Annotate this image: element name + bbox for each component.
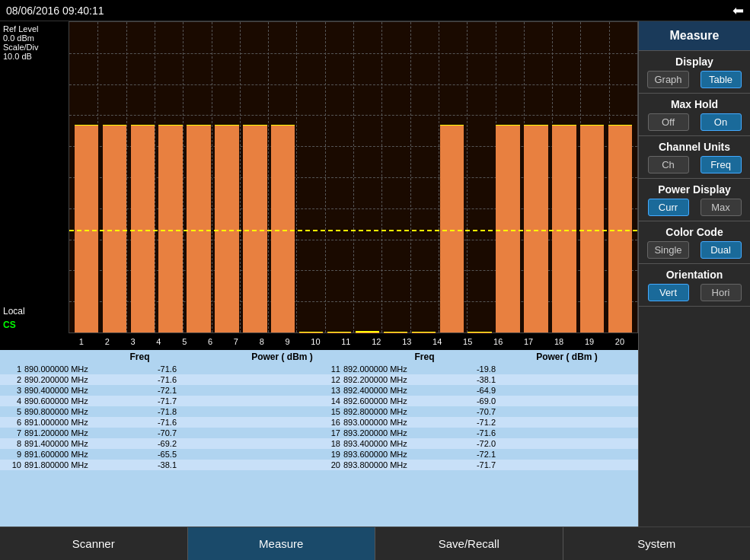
- vert-button[interactable]: Vert: [648, 284, 689, 301]
- bar-10: [325, 22, 353, 332]
- table-row: 4890.600000 MHz-71.7: [0, 396, 319, 406]
- x-ch-4: 4: [156, 337, 161, 346]
- measure-button[interactable]: Measure: [188, 527, 376, 560]
- bar-8: [269, 22, 297, 332]
- sidebar-color-code-section: Color Code Single Dual: [639, 221, 750, 264]
- table-row: 2890.200000 MHz-71.6: [0, 374, 319, 385]
- max-button[interactable]: Max: [701, 199, 742, 216]
- x-ch-3: 3: [131, 337, 136, 346]
- ref-level-value: 0.0 dBm: [3, 33, 34, 43]
- table-body: 1890.000000 MHz-71.62890.200000 MHz-71.6…: [0, 364, 638, 470]
- sidebar-power-display-section: Power Display Curr Max: [639, 179, 750, 221]
- table-col1-header: Freq: [69, 352, 211, 362]
- freq-button[interactable]: Freq: [701, 156, 742, 173]
- table-row: 3890.400000 MHz-72.1: [0, 385, 319, 396]
- table-button[interactable]: Table: [701, 71, 742, 88]
- bar-14: [438, 22, 466, 332]
- ch-button[interactable]: Ch: [648, 156, 689, 173]
- bar-4: [157, 22, 185, 332]
- table-col2-header: Power ( dBm ): [211, 352, 353, 362]
- table-row: 13892.400000 MHz-64.9: [319, 385, 638, 396]
- cs-status: CS: [3, 320, 65, 330]
- curr-button[interactable]: Curr: [648, 199, 689, 216]
- sidebar-color-code-label: Color Code: [639, 224, 750, 240]
- x-ch-10: 10: [311, 337, 320, 346]
- table-row: 7891.200000 MHz-70.7: [0, 428, 319, 438]
- maxhold-off-button[interactable]: Off: [648, 113, 689, 131]
- x-ch-5: 5: [182, 337, 187, 346]
- x-ch-16: 16: [493, 337, 503, 346]
- scale-div-label: Scale/Div: [3, 43, 38, 52]
- bottom-bar: Scanner Measure Save/Recall System: [0, 527, 750, 560]
- sidebar-display-label: Display: [639, 54, 750, 69]
- table-row: 11892.000000 MHz-19.8: [319, 364, 638, 374]
- table-left-half: 1890.000000 MHz-71.62890.200000 MHz-71.6…: [0, 364, 319, 470]
- sidebar-power-display-btns: Curr Max: [639, 197, 750, 218]
- scanner-button[interactable]: Scanner: [0, 527, 188, 560]
- sidebar-maxhold-label: Max Hold: [639, 97, 750, 112]
- sidebar-measure-section: Measure: [639, 21, 750, 51]
- x-ch-7: 7: [234, 337, 238, 346]
- system-button[interactable]: System: [563, 527, 751, 560]
- bar-19: [578, 22, 606, 332]
- bar-15: [466, 22, 494, 332]
- sidebar-orientation-btns: Vert Hori: [639, 282, 750, 303]
- x-ch-17: 17: [524, 337, 533, 346]
- table-row: 6891.000000 MHz-71.6: [0, 417, 319, 428]
- table-row: 15892.800000 MHz-70.7: [319, 406, 638, 417]
- bar-5: [185, 22, 213, 332]
- bar-2: [101, 22, 129, 332]
- x-ch-6: 6: [208, 337, 212, 346]
- save-recall-button[interactable]: Save/Recall: [375, 527, 563, 560]
- bar-1: [72, 22, 101, 332]
- bars-container: [69, 22, 637, 332]
- bar-20: [606, 22, 634, 332]
- main-area: Ref Level 0.0 dBm Scale/Div 10.0 dB Loca…: [0, 21, 750, 527]
- ref-level-group[interactable]: Ref Level 0.0 dBm: [3, 24, 65, 43]
- sidebar-maxhold-section: Max Hold Off On: [639, 94, 750, 136]
- maxhold-on-button[interactable]: On: [701, 113, 742, 131]
- threshold-line: [69, 230, 637, 231]
- ref-level-label: Ref Level: [3, 24, 38, 33]
- bar-7: [241, 22, 269, 332]
- table-right-half: 11892.000000 MHz-19.812892.200000 MHz-38…: [319, 364, 638, 470]
- left-panel: Ref Level 0.0 dBm Scale/Div 10.0 dB Loca…: [0, 21, 638, 527]
- header: 08/06/2016 09:40:11 ⬅: [0, 0, 750, 21]
- sidebar-top-title: Measure: [639, 24, 750, 47]
- table-col3-header: Freq: [353, 352, 496, 362]
- scale-div-group[interactable]: Scale/Div 10.0 dB: [3, 43, 65, 61]
- sidebar-channel-units-label: Channel Units: [639, 139, 750, 154]
- x-ch-13: 13: [402, 337, 411, 346]
- sidebar-channel-units-section: Channel Units Ch Freq: [639, 136, 750, 179]
- local-status: Local: [3, 306, 65, 317]
- table-row: 14892.600000 MHz-69.0: [319, 396, 638, 406]
- x-ch-20: 20: [615, 337, 624, 346]
- scale-div-value: 10.0 dB: [3, 52, 32, 61]
- sidebar-color-code-btns: Single Dual: [639, 240, 750, 260]
- x-ch-15: 15: [463, 337, 472, 346]
- x-ch-9: 9: [285, 337, 289, 346]
- sidebar-display-btns: Graph Table: [639, 69, 750, 90]
- table-row: 5890.800000 MHz-71.8: [0, 406, 319, 417]
- x-ch-1: 1: [79, 337, 84, 346]
- bar-3: [129, 22, 157, 332]
- x-axis: 1 2 3 4 5 6 7 8 9 10 11 12 13 14 15 16 1…: [0, 333, 638, 350]
- x-ch-11: 11: [341, 337, 350, 346]
- dual-button[interactable]: Dual: [701, 241, 742, 259]
- bar-13: [410, 22, 438, 332]
- graph-container: Ref Level 0.0 dBm Scale/Div 10.0 dB Loca…: [0, 21, 638, 333]
- bar-6: [213, 22, 241, 332]
- bar-12: [381, 22, 410, 332]
- table-row: 1890.000000 MHz-71.6: [0, 364, 319, 374]
- bar-17: [522, 22, 551, 332]
- sidebar-orientation-label: Orientation: [639, 267, 750, 282]
- datetime-label: 08/06/2016 09:40:11: [6, 5, 104, 17]
- hori-button[interactable]: Hori: [701, 284, 742, 301]
- sidebar-power-display-label: Power Display: [639, 182, 750, 197]
- sidebar-maxhold-btns: Off On: [639, 112, 750, 132]
- single-button[interactable]: Single: [647, 241, 688, 259]
- graph-button[interactable]: Graph: [647, 71, 688, 88]
- table-row: 18893.400000 MHz-72.0: [319, 438, 638, 449]
- table-row: 12892.200000 MHz-38.1: [319, 374, 638, 385]
- graph-area: [69, 21, 638, 333]
